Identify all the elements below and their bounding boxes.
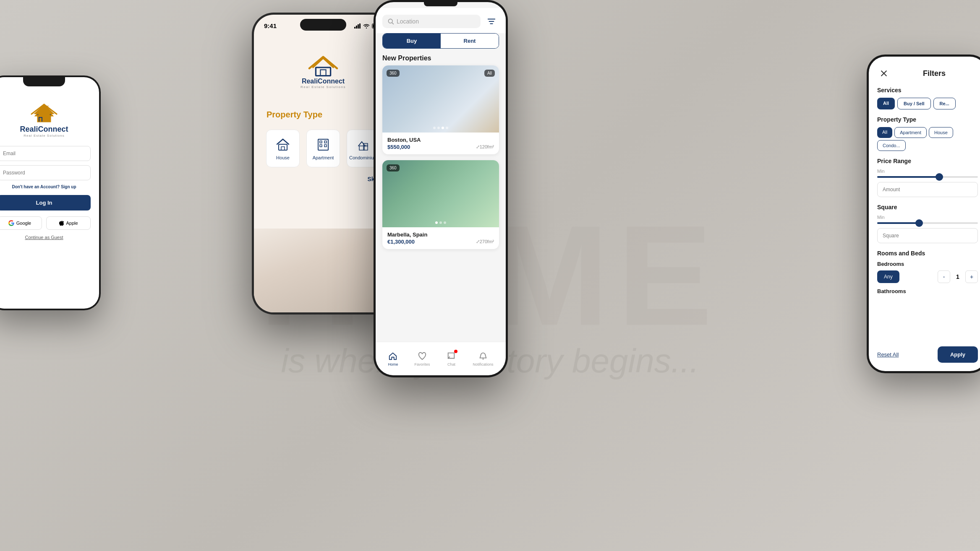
property-card-0[interactable]: 360 All Boston, USA $550,000 ⤢120fm² (382, 65, 499, 154)
services-label: Services (877, 87, 978, 94)
nav-home[interactable]: Home (388, 351, 398, 366)
ptype-house[interactable]: House (929, 127, 953, 138)
nav-chat[interactable]: Chat (446, 351, 456, 366)
signup-link[interactable]: Sign up (61, 185, 76, 189)
rooms-beds-label: Rooms and Beds (877, 250, 978, 257)
bedroom-increase-button[interactable]: + (965, 270, 978, 283)
services-tab-re[interactable]: Re... (933, 98, 956, 109)
filters-screen: Filters Services All Buy / Sell Re... Pr… (869, 57, 980, 371)
square-label: Square (877, 204, 978, 211)
amount-input[interactable] (877, 182, 978, 197)
square-slider-thumb[interactable] (915, 219, 923, 227)
dot (446, 127, 448, 129)
logo-tagline: Real Estate Solutions (24, 134, 65, 138)
filters-header: Filters (869, 57, 980, 87)
phone-login: RealiConnect Real Estate Solutions Don't… (0, 75, 101, 310)
filters-title: Filters (891, 69, 978, 78)
notifications-nav-icon (478, 351, 488, 361)
property-image-1: 360 (382, 160, 499, 227)
bedrooms-label: Bedrooms (877, 261, 978, 267)
card-location-0: Boston, USA (387, 137, 494, 143)
property-type-house[interactable]: House (266, 130, 300, 167)
apply-button[interactable]: Apply (938, 346, 978, 363)
svg-rect-6 (356, 26, 357, 29)
price-min-label: Min (877, 169, 978, 174)
card-dots-1 (435, 221, 446, 224)
apple-icon (59, 220, 64, 226)
dot-active (442, 127, 444, 129)
square-slider-track[interactable] (877, 222, 978, 224)
dot-active (435, 221, 438, 224)
bedroom-count: 1 (954, 273, 962, 280)
house-label: House (276, 155, 290, 160)
bedrooms-row: Any - 1 + (877, 270, 978, 283)
price-slider-track[interactable] (877, 176, 978, 178)
filters-body: Services All Buy / Sell Re... Property T… (869, 87, 980, 368)
bedroom-decrease-button[interactable]: - (938, 270, 950, 283)
google-login-button[interactable]: Google (0, 216, 42, 230)
filter-button[interactable] (484, 14, 499, 29)
dot (444, 221, 446, 224)
apple-login-button[interactable]: Apple (46, 216, 91, 230)
buy-tab[interactable]: Buy (383, 34, 441, 48)
search-icon (387, 18, 394, 25)
close-icon (880, 69, 888, 78)
property-card-1[interactable]: 360 Marbella, Spain €1,300,000 ⤢270fm² (382, 160, 499, 249)
apple-label: Apple (66, 221, 78, 226)
notifications-nav-label: Notifications (473, 362, 493, 366)
price-slider-fill (877, 176, 938, 178)
home-nav-label: Home (388, 362, 398, 366)
login-button[interactable]: Log In (0, 195, 91, 211)
nav-favorites[interactable]: Favorites (414, 351, 430, 366)
price-range-section: Price Range Min (877, 158, 978, 197)
property-type-apartment[interactable]: Apartment (306, 130, 340, 167)
center-content: RealiConnect Real Estate Solutions Prope… (254, 29, 392, 195)
price-range-label: Price Range (877, 158, 978, 164)
guest-link[interactable]: Continue as Guest (25, 235, 63, 240)
favorites-nav-label: Favorites (414, 362, 430, 366)
svg-rect-17 (324, 145, 327, 147)
any-button[interactable]: Any (877, 270, 899, 283)
signup-text: Don't have an Account? Sign up (12, 185, 76, 189)
apartment-label: Apartment (313, 155, 334, 160)
card-info-0: Boston, USA $550,000 ⤢120fm² (382, 133, 499, 154)
phone-filters: Filters Services All Buy / Sell Re... Pr… (867, 55, 980, 373)
center-logo-icon (304, 55, 342, 78)
svg-rect-10 (320, 70, 326, 75)
services-tab-buy-sell[interactable]: Buy / Sell (897, 98, 931, 109)
home-nav-icon (388, 351, 398, 361)
section-title: New Properties (376, 53, 506, 65)
status-time: 9:41 (264, 22, 277, 29)
square-input[interactable] (877, 228, 978, 243)
price-slider-thumb[interactable] (936, 173, 943, 181)
services-tabs: All Buy / Sell Re... (877, 98, 978, 109)
dot (433, 127, 436, 129)
card-price-1: €1,300,000 (387, 239, 415, 245)
nav-notifications[interactable]: Notifications (473, 351, 493, 366)
social-buttons: Google Apple (0, 216, 91, 230)
dynamic-island (300, 19, 346, 31)
bathrooms-label: Bathrooms (877, 288, 978, 294)
password-field[interactable] (0, 165, 91, 180)
rent-tab[interactable]: Rent (441, 34, 499, 48)
prop-type-filter-label: Property Type (877, 116, 978, 123)
square-section: Square Min (877, 204, 978, 243)
services-tab-all[interactable]: All (877, 98, 895, 109)
interior-image (254, 229, 392, 312)
badge-360-1: 360 (387, 164, 400, 172)
logo-icon (27, 102, 61, 123)
reset-all-link[interactable]: Reset All (877, 351, 899, 358)
google-label: Google (16, 221, 31, 226)
ptype-condo[interactable]: Condo... (877, 140, 906, 151)
card-dots-0 (433, 127, 448, 129)
email-field[interactable] (0, 146, 91, 161)
ptype-all[interactable]: All (877, 127, 892, 138)
room-visual (254, 229, 392, 312)
card-price-0: $550,000 (387, 144, 410, 150)
close-button[interactable] (877, 67, 891, 80)
svg-rect-14 (320, 141, 322, 143)
svg-rect-7 (358, 24, 359, 29)
ptype-apartment[interactable]: Apartment (894, 127, 927, 138)
search-input-wrap[interactable]: Location (382, 15, 481, 28)
card-size-0: ⤢120fm² (476, 144, 494, 150)
